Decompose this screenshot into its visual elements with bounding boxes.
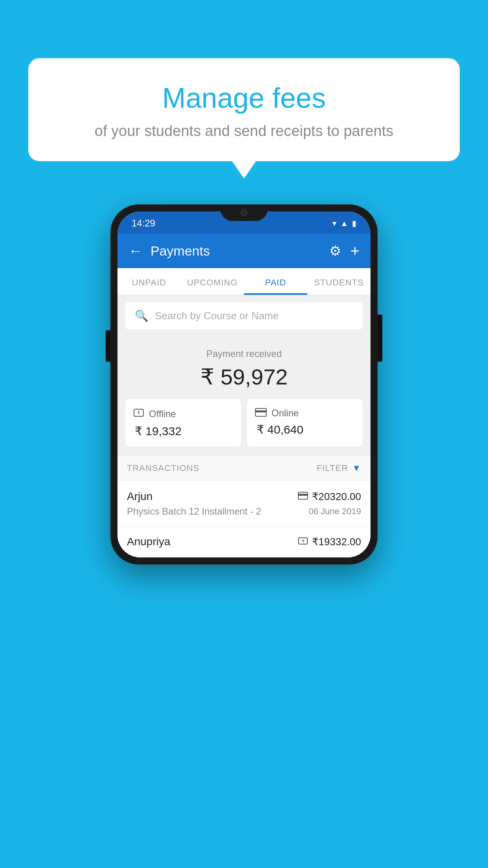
online-card: Online ₹ 40,640 [247, 399, 363, 447]
online-card-header: Online [255, 408, 299, 419]
speech-bubble-container: Manage fees of your students and send re… [28, 58, 460, 161]
search-bar[interactable]: 🔍 Search by Course or Name [125, 302, 363, 329]
transaction-name: Arjun [127, 490, 152, 503]
filter-icon: ▼ [352, 463, 361, 473]
offline-card-header: ₹ Offline [133, 408, 176, 420]
transaction-bottom: Physics Batch 12 Installment - 2 06 June… [127, 506, 361, 517]
add-icon[interactable]: + [350, 242, 360, 260]
transaction-type-icon [298, 492, 308, 501]
transaction-top-2: Anupriya ₹ ₹19332.00 [127, 535, 361, 548]
status-time: 14:29 [132, 218, 155, 229]
offline-card: ₹ Offline ₹ 19,332 [125, 399, 241, 447]
transaction-amount-row: ₹20320.00 [298, 491, 361, 503]
transactions-label: TRANSACTIONS [127, 463, 199, 473]
speech-bubble: Manage fees of your students and send re… [28, 58, 460, 161]
search-container: 🔍 Search by Course or Name [117, 295, 371, 337]
phone-notch [220, 204, 268, 221]
transaction-type-icon-2: ₹ [298, 537, 308, 547]
transaction-row-partial[interactable]: Anupriya ₹ ₹19332.00 [117, 526, 371, 557]
transaction-top: Arjun ₹20320.00 [127, 490, 361, 503]
transactions-header: TRANSACTIONS FILTER ▼ [117, 456, 371, 481]
header-icons: ⚙ + [329, 242, 360, 260]
phone-mockup: 14:29 ▾ ▲ ▮ ← Payments ⚙ + UNPAID UPCO [110, 204, 378, 565]
wifi-icon: ▾ [332, 219, 336, 228]
online-label: Online [272, 408, 299, 419]
transaction-amount-row-2: ₹ ₹19332.00 [298, 536, 361, 548]
signal-icon: ▲ [340, 219, 348, 228]
status-icons: ▾ ▲ ▮ [332, 219, 356, 228]
battery-icon: ▮ [352, 219, 356, 228]
tab-students[interactable]: STUDENTS [307, 268, 371, 295]
svg-text:₹: ₹ [301, 539, 304, 544]
back-button[interactable]: ← [128, 243, 143, 259]
offline-label: Offline [149, 408, 176, 419]
app-header: ← Payments ⚙ + [117, 234, 371, 268]
phone-screen: 14:29 ▾ ▲ ▮ ← Payments ⚙ + UNPAID UPCO [117, 211, 371, 557]
tab-paid[interactable]: PAID [244, 268, 307, 295]
transaction-amount-2: ₹19332.00 [312, 536, 361, 548]
payment-cards: ₹ Offline ₹ 19,332 [125, 399, 363, 447]
transaction-amount: ₹20320.00 [312, 491, 361, 503]
svg-rect-3 [255, 410, 266, 412]
transaction-name-2: Anupriya [127, 535, 171, 548]
tab-unpaid[interactable]: UNPAID [117, 268, 181, 295]
filter-button[interactable]: FILTER ▼ [317, 463, 361, 473]
svg-rect-5 [298, 494, 308, 496]
online-amount: ₹ 40,640 [255, 423, 303, 436]
bubble-title: Manage fees [60, 82, 428, 114]
payment-total: ₹ 59,972 [125, 364, 363, 390]
online-icon [255, 408, 267, 418]
payment-summary: Payment received ₹ 59,972 ₹ [117, 337, 371, 456]
bubble-subtitle: of your students and send receipts to pa… [60, 123, 428, 140]
transaction-row[interactable]: Arjun ₹20320.00 Physics Batch 12 Install… [117, 481, 371, 526]
camera [240, 209, 248, 216]
search-icon: 🔍 [135, 309, 149, 322]
filter-label: FILTER [317, 463, 348, 473]
gear-icon[interactable]: ⚙ [329, 243, 341, 259]
tabs-bar: UNPAID UPCOMING PAID STUDENTS [117, 268, 371, 295]
transaction-date: 06 June 2019 [309, 506, 361, 517]
search-input[interactable]: Search by Course or Name [155, 310, 279, 322]
offline-icon: ₹ [133, 408, 144, 420]
tab-upcoming[interactable]: UPCOMING [181, 268, 244, 295]
payment-received-label: Payment received [125, 348, 363, 359]
svg-text:₹: ₹ [137, 410, 140, 416]
page-title: Payments [150, 243, 329, 259]
transaction-course: Physics Batch 12 Installment - 2 [127, 506, 261, 517]
phone-outer: 14:29 ▾ ▲ ▮ ← Payments ⚙ + UNPAID UPCO [110, 204, 378, 565]
offline-amount: ₹ 19,332 [133, 424, 182, 438]
